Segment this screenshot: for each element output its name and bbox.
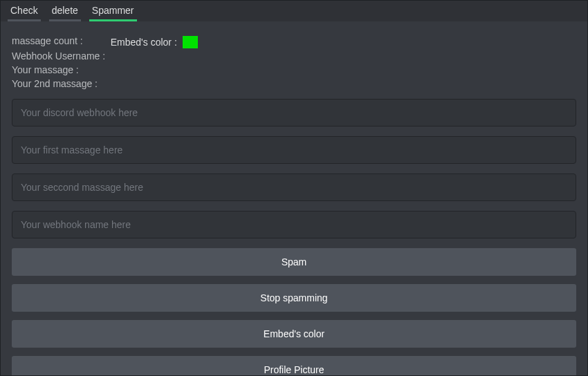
- profile-picture-button[interactable]: Profile Picture: [12, 356, 576, 376]
- first-massage-input[interactable]: [12, 136, 576, 164]
- tab-bar: Check delete Spammer: [1, 1, 587, 21]
- embeds-color-button[interactable]: Embed's color: [12, 320, 576, 348]
- webhook-name-input[interactable]: [12, 211, 576, 238]
- massage-count-label: massage count :: [12, 35, 83, 46]
- tab-delete[interactable]: delete: [49, 3, 81, 21]
- tab-check[interactable]: Check: [8, 3, 41, 21]
- second-massage-input[interactable]: [12, 173, 576, 201]
- spam-button[interactable]: Spam: [12, 248, 576, 276]
- stop-spamming-button[interactable]: Stop spamming: [12, 284, 576, 312]
- info-row-top: massage count : Embed's color :: [12, 35, 576, 49]
- embed-color-label-wrap: Embed's color :: [111, 35, 198, 49]
- input-fields: [12, 99, 576, 238]
- embed-color-label: Embed's color :: [111, 37, 177, 48]
- tab-spammer[interactable]: Spammer: [89, 3, 137, 21]
- action-buttons: Spam Stop spamming Embed's color Profile…: [12, 248, 576, 376]
- your-2nd-massage-label: Your 2nd massage :: [12, 78, 576, 89]
- embed-color-swatch: [183, 36, 198, 48]
- tab-panel-spammer: massage count : Embed's color : Webhook …: [1, 21, 587, 376]
- webhook-input[interactable]: [12, 99, 576, 126]
- webhook-username-label: Webhook Username :: [12, 50, 576, 62]
- your-massage-label: Your massage :: [12, 64, 576, 75]
